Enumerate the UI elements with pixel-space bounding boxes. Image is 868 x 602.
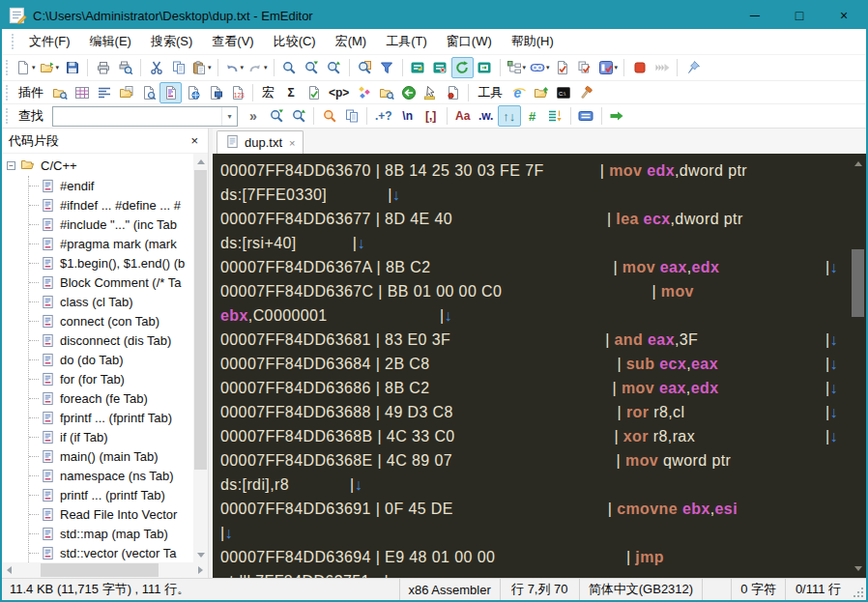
snippet-item[interactable]: if (if Tab) (29, 427, 193, 446)
snippet-item[interactable]: for (for Tab) (29, 369, 193, 388)
status-spacer[interactable] (702, 579, 731, 600)
macro-cursor-button[interactable] (420, 82, 442, 103)
snippet-item[interactable]: fprintf ... (fprintf Tab) (29, 408, 193, 427)
dropdown-arrow-icon[interactable]: ▾ (523, 64, 527, 72)
cut-button[interactable] (145, 57, 167, 78)
macro-back-button[interactable] (397, 82, 420, 103)
macro-sigma-button[interactable]: Σ (279, 82, 303, 103)
search-up-down-button[interactable]: ↑↓ (498, 105, 521, 127)
snippet-item[interactable]: connect (con Tab) (29, 311, 193, 330)
snippet-item[interactable]: do (do Tab) (29, 350, 193, 369)
snippet-item[interactable]: foreach (fe Tab) (29, 388, 193, 408)
snippet-item[interactable]: namespace (ns Tab) (29, 466, 193, 485)
toolbar-overflow-button[interactable]: » (242, 105, 265, 127)
tool-command-prompt-button[interactable]: C:\ (552, 82, 574, 103)
dropdown-arrow-icon[interactable]: ▾ (615, 64, 619, 72)
find-next-toolbar-button[interactable] (265, 105, 287, 127)
maximize-button[interactable]: □ (777, 2, 822, 29)
snippet-item[interactable]: #ifndef ... #define ... # (29, 195, 193, 215)
status-encoding[interactable]: 简体中文(GB2312) (579, 579, 702, 600)
undo-button[interactable]: ▾ (222, 57, 246, 78)
find-previous-button[interactable] (323, 57, 345, 78)
find-in-files-button[interactable] (354, 57, 376, 78)
open-file-button[interactable]: ▾ (38, 57, 62, 78)
sync-scroll-button[interactable]: ▾ (528, 57, 552, 78)
toolbar-gripper[interactable] (6, 85, 10, 100)
macro-colors-button[interactable] (353, 82, 375, 103)
menu-item-s[interactable]: 搜索(S) (141, 29, 202, 54)
dropdown-arrow-icon[interactable]: ▾ (546, 64, 550, 72)
plugin-number-lines-button[interactable]: 123 (226, 82, 248, 103)
scroll-right-icon[interactable] (193, 562, 208, 578)
plugin-web-preview-button[interactable] (182, 82, 204, 103)
plugin-explorer-button[interactable] (48, 82, 71, 103)
dropdown-arrow-icon[interactable]: ▾ (264, 64, 268, 72)
scroll-down-icon[interactable] (193, 547, 208, 562)
editor-scroll-up-icon[interactable] (850, 156, 866, 171)
snippet-item[interactable]: #endif (29, 176, 193, 195)
wrap-by-window-button[interactable] (451, 57, 474, 78)
menu-item-c[interactable]: 比较(C) (264, 29, 326, 54)
filter-button[interactable] (376, 57, 398, 78)
run-macro-button[interactable] (651, 57, 673, 78)
snippet-item[interactable]: printf ... (printf Tab) (29, 485, 193, 504)
status-char-count[interactable]: 0 字符 (731, 579, 785, 600)
find-next-button[interactable] (301, 57, 323, 78)
plugin-search-button[interactable] (137, 82, 159, 103)
snippet-item[interactable]: main() (main Tab) (29, 446, 193, 466)
validate-all-button[interactable] (574, 57, 596, 78)
dropdown-arrow-icon[interactable]: ▾ (208, 64, 212, 72)
use-number-range-button[interactable]: [,] (420, 105, 443, 127)
status-syntax-mode[interactable]: x86 Assembler (399, 579, 500, 600)
plugin-word-count-button[interactable] (71, 82, 93, 103)
sidebar-hscrollbar-thumb[interactable] (41, 563, 159, 577)
snippet-item[interactable]: $1.begin(), $1.end() (b (29, 253, 193, 272)
checklist-button[interactable]: ▾ (596, 57, 621, 78)
count-matches-button[interactable]: # (521, 105, 544, 127)
dropdown-arrow-icon[interactable]: ▾ (56, 64, 60, 72)
scroll-left-icon[interactable] (2, 562, 16, 578)
menu-item-t[interactable]: 工具(T) (376, 29, 437, 54)
tree-root-c-cpp[interactable]: −C/C++ (2, 156, 193, 176)
snippet-item[interactable]: Read File Into Vector (29, 504, 193, 524)
status-line-count[interactable]: 0/111 行 (785, 579, 851, 600)
editor-scroll-down-icon[interactable] (850, 560, 866, 576)
use-escape-sequence-button[interactable]: \n (396, 105, 420, 127)
macro-find-folder-button[interactable] (375, 82, 397, 103)
menu-item-w[interactable]: 窗口(W) (437, 29, 502, 54)
no-wrap-button[interactable] (407, 57, 429, 78)
copy-all-button[interactable] (340, 105, 362, 127)
dropdown-arrow-icon[interactable]: ▾ (241, 64, 245, 72)
menu-item-v[interactable]: 查看(V) (202, 29, 263, 54)
snippet-item[interactable]: #pragma mark (mark (29, 234, 193, 253)
wrap-by-page-button[interactable] (474, 57, 496, 78)
sidebar-vertical-scrollbar[interactable] (193, 154, 208, 562)
find-button[interactable] (278, 57, 301, 78)
find-input[interactable] (53, 108, 221, 125)
print-button[interactable] (92, 57, 114, 78)
snippet-item[interactable]: Block Comment (/* Ta (29, 272, 193, 292)
status-cursor-position[interactable]: 行 7,列 70 (500, 579, 579, 600)
editor-area[interactable]: 00007FF84DD63670 | 8B 14 25 30 03 FE 7F … (213, 154, 850, 578)
snippet-item[interactable]: disconnect (dis Tab) (29, 330, 193, 350)
find-previous-toolbar-button[interactable] (287, 105, 309, 127)
toolbar-gripper[interactable] (6, 60, 10, 75)
pin-button[interactable] (681, 57, 704, 78)
close-button[interactable]: × (822, 2, 866, 29)
tab-dup-txt[interactable]: dup.txt × (217, 130, 304, 154)
menu-item-f[interactable]: 文件(F) (19, 29, 80, 54)
macro-html-tag-button[interactable]: <p> (325, 82, 353, 103)
jump-next-button[interactable] (606, 105, 628, 127)
close-panel-icon[interactable]: × (188, 133, 201, 148)
scroll-up-icon[interactable] (193, 154, 208, 169)
highlight-all-button[interactable] (318, 105, 340, 127)
match-whole-word-button[interactable]: .w. (475, 105, 498, 127)
plugin-outline-text-button[interactable] (93, 82, 115, 103)
plugin-snippets-button[interactable] (159, 82, 182, 103)
validate-document-button[interactable] (552, 57, 574, 78)
menu-item-e[interactable]: 编辑(E) (80, 29, 141, 54)
redo-button[interactable]: ▾ (246, 57, 270, 78)
abstract-view-button[interactable] (575, 105, 597, 127)
minimize-button[interactable]: ─ (733, 2, 777, 29)
dropdown-arrow-icon[interactable]: ▾ (32, 64, 36, 72)
